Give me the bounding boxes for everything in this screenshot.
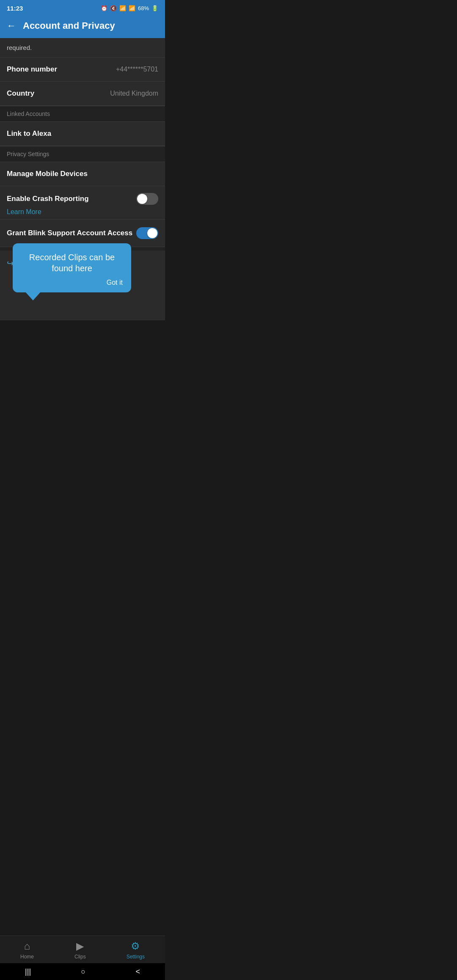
required-text: required. [0,38,165,58]
learn-more-link[interactable]: Learn More [7,208,41,215]
phone-number-row[interactable]: Phone number +44******5701 [0,58,165,82]
link-to-alexa-row[interactable]: Link to Alexa [0,122,165,146]
grant-blink-toggle[interactable] [136,227,158,239]
alarm-icon: ⏰ [101,5,107,11]
back-button[interactable]: ← [7,20,16,31]
linked-accounts-section-header: Linked Accounts [0,106,165,122]
status-time: 11:23 [7,5,23,12]
battery-level: 68% [138,5,149,11]
manage-mobile-devices-label: Manage Mobile Devices [7,170,88,178]
status-icons: ⏰ 🔇 📶 📶 68% 🔋 [101,5,158,11]
country-label: Country [7,89,34,98]
wifi-icon: 📶 [119,5,126,11]
crash-reporting-label: Enable Crash Reporting [7,195,89,203]
signal-icon: 📶 [129,5,135,11]
crash-reporting-section: Enable Crash Reporting Learn More [0,186,165,220]
tooltip-text: Recorded Clips can be found here [21,252,123,274]
battery-icon: 🔋 [151,5,158,11]
status-bar: 11:23 ⏰ 🔇 📶 📶 68% 🔋 [0,0,165,15]
tooltip-arrow [25,292,41,300]
privacy-settings-section-header: Privacy Settings [0,146,165,162]
header: ← Account and Privacy [0,15,165,38]
crash-reporting-row: Enable Crash Reporting [7,193,158,205]
manage-mobile-devices-row[interactable]: Manage Mobile Devices [0,162,165,186]
tooltip-overlay: Recorded Clips can be found here Got it [13,243,131,292]
crash-toggle-thumb [137,194,147,204]
link-to-alexa-label: Link to Alexa [7,129,51,138]
page-title: Account and Privacy [23,20,115,31]
crash-reporting-toggle[interactable] [136,193,158,205]
phone-number-value: +44******5701 [116,66,158,73]
grant-blink-support-label: Grant Blink Support Account Access [7,229,132,237]
phone-number-label: Phone number [7,65,57,74]
grant-blink-toggle-thumb [147,228,157,238]
country-row[interactable]: Country United Kingdom [0,82,165,106]
tooltip-bubble: Recorded Clips can be found here Got it [13,243,131,292]
country-value: United Kingdom [110,90,158,97]
got-it-button[interactable]: Got it [21,279,123,286]
mute-icon: 🔇 [110,5,117,11]
